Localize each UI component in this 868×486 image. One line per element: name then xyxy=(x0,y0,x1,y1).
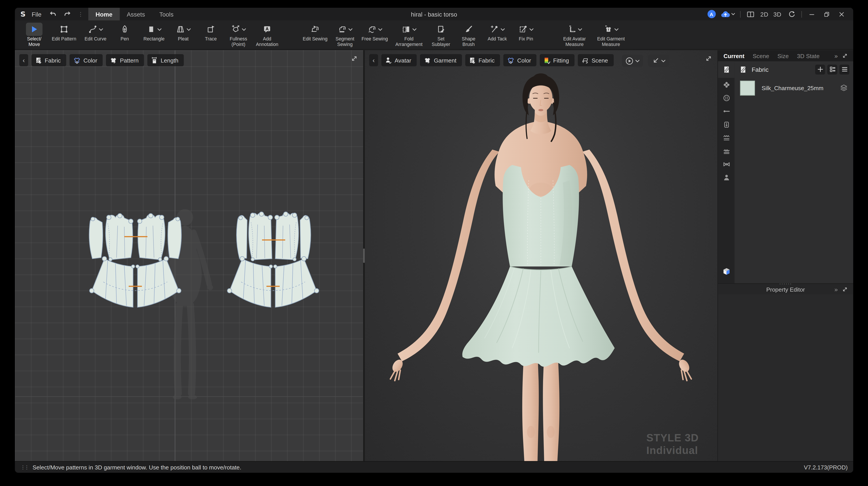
strip-tab-avatar-items[interactable] xyxy=(720,171,733,184)
garment-3d-canvas[interactable] xyxy=(365,50,718,461)
tab-2d-fabric[interactable]: Fabric xyxy=(32,54,66,66)
simulate-button[interactable] xyxy=(622,55,643,67)
pattern-group-skirt-back[interactable] xyxy=(227,256,319,307)
tool-edit-avatar-measure[interactable]: Edit Avatar Measure xyxy=(557,23,592,47)
menu-file[interactable]: File xyxy=(30,11,42,18)
tab-3d-color[interactable]: Color xyxy=(503,54,537,66)
strip-tab-button[interactable] xyxy=(720,91,733,105)
pleat-icon xyxy=(176,25,185,34)
tab-3d-scene[interactable]: Scene xyxy=(578,54,614,66)
sync-view-button[interactable] xyxy=(786,8,797,21)
tool-free-sewing[interactable]: Free Sewing xyxy=(359,23,391,42)
toggle-3d[interactable]: 3D xyxy=(773,11,781,18)
strip-tab-needle-detail[interactable] xyxy=(720,118,733,131)
chevron-down-icon xyxy=(348,28,352,31)
sidebar-tab-scene[interactable]: Scene xyxy=(753,53,769,59)
tab-2d-pattern[interactable]: Pattern xyxy=(106,54,144,66)
fabric-list-empty-area[interactable] xyxy=(735,99,854,283)
tool-pleat[interactable]: Pleat xyxy=(169,23,197,42)
avatar-person-icon xyxy=(385,57,392,64)
account-avatar[interactable]: A xyxy=(707,10,716,18)
menu-tab-home[interactable]: Home xyxy=(88,8,119,21)
pattern-group-skirt-front[interactable] xyxy=(90,256,181,307)
fabric-panel: Fabric Silk_Charmeuse_25mm xyxy=(735,61,854,283)
collapse-tabs-button[interactable]: ‹ xyxy=(369,54,378,66)
pattern-canvas[interactable] xyxy=(15,50,363,461)
collapse-sidebar-button[interactable]: » xyxy=(834,53,838,59)
pattern-2d-view[interactable]: ‹ Fabric Color Pattern Length xyxy=(15,50,363,461)
menu-tab-assets[interactable]: Assets xyxy=(120,8,152,21)
cloud-sync-button[interactable] xyxy=(720,10,735,18)
tool-trace[interactable]: Trace xyxy=(197,23,225,42)
strip-tab-pin[interactable] xyxy=(720,105,733,118)
fabric-list-item[interactable]: Silk_Charmeuse_25mm xyxy=(735,76,854,99)
toggle-2d[interactable]: 2D xyxy=(760,11,769,18)
card-view-button[interactable] xyxy=(827,64,837,74)
tool-fold-arrangement[interactable]: Fold Arrangement xyxy=(391,23,427,47)
tab-3d-garment[interactable]: Garment xyxy=(420,54,462,66)
tool-fix-pin[interactable]: Fix Pin xyxy=(512,23,540,42)
minimize-button[interactable] xyxy=(807,8,817,21)
sidebar-tab-3d-state[interactable]: 3D State xyxy=(797,53,819,59)
sidebar-tabs: Current Scene Size 3D State » xyxy=(718,50,854,61)
expand-3d-view-button[interactable] xyxy=(705,55,712,62)
tool-edit-curve[interactable]: Edit Curve xyxy=(80,23,111,42)
tab-2d-color[interactable]: Color xyxy=(69,54,103,66)
tool-rectangle[interactable]: Rectangle xyxy=(138,23,169,42)
undo-button[interactable] xyxy=(48,8,57,21)
layers-icon[interactable] xyxy=(840,84,848,92)
strip-tab-topstitch[interactable] xyxy=(720,144,733,158)
tool-edit-sewing[interactable]: Edit Sewing xyxy=(299,23,331,42)
tool-pen[interactable]: Pen xyxy=(111,23,138,42)
restore-button[interactable] xyxy=(822,8,832,21)
separator xyxy=(740,11,741,18)
edit-garment-measure-icon xyxy=(603,25,612,34)
tool-edit-pattern[interactable]: Edit Pattern xyxy=(48,23,80,42)
sidebar-tab-size[interactable]: Size xyxy=(777,53,789,59)
edit-avatar-measure-icon xyxy=(567,25,576,34)
drag-grip[interactable]: ⋅⋅⋅⋅⋅⋅ xyxy=(779,283,792,285)
add-tack-icon xyxy=(490,25,499,34)
strip-tab-3d-assets[interactable] xyxy=(720,265,733,278)
pattern-group-back[interactable] xyxy=(237,212,311,261)
strip-tab-trim[interactable] xyxy=(720,78,733,91)
sidebar-tab-current[interactable]: Current xyxy=(724,53,745,59)
collapse-property-editor-button[interactable]: » xyxy=(834,286,838,292)
strip-tab-fabric[interactable] xyxy=(718,61,735,78)
strip-tab-bowtie[interactable] xyxy=(720,158,733,171)
view-splitter[interactable] xyxy=(363,50,365,461)
chevron-down-icon xyxy=(157,28,161,31)
garment-3d-view[interactable]: ‹ Avatar Garment Fabric Color Fitting xyxy=(365,50,718,461)
drag-mode-button[interactable] xyxy=(648,55,669,67)
tool-add-tack[interactable]: Add Tack xyxy=(482,23,512,42)
strip-tab-shirring[interactable] xyxy=(720,131,733,144)
sidebar: Current Scene Size 3D State » xyxy=(717,50,853,461)
avatar-3d[interactable] xyxy=(390,73,691,461)
tool-shape-brush[interactable]: Shape Brush xyxy=(455,23,482,47)
tab-3d-fitting[interactable]: Fitting xyxy=(540,54,575,66)
property-editor-bar[interactable]: ⋅⋅⋅⋅⋅⋅ Property Editor » xyxy=(718,283,854,294)
segment-sewing-icon xyxy=(338,25,346,34)
tool-add-annotation[interactable]: Add Annotation xyxy=(252,23,282,47)
expand-2d-view-button[interactable] xyxy=(351,55,358,62)
collapse-tabs-button[interactable]: ‹ xyxy=(20,54,28,66)
expand-icon[interactable] xyxy=(842,286,848,292)
tool-fullness-point[interactable]: Fullness (Point) xyxy=(225,23,252,47)
garment-view-tabs: ‹ Avatar Garment Fabric Color Fitting xyxy=(369,54,614,66)
tab-3d-fabric[interactable]: Fabric xyxy=(465,54,500,66)
expand-icon[interactable] xyxy=(842,53,848,59)
list-view-button[interactable] xyxy=(839,64,849,74)
tool-segment-sewing[interactable]: Segment Sewing xyxy=(331,23,359,47)
menu-overflow-icon[interactable]: ⋮ xyxy=(78,11,84,17)
tab-2d-length[interactable]: Length xyxy=(148,54,184,66)
redo-button[interactable] xyxy=(62,8,72,21)
tab-3d-avatar[interactable]: Avatar xyxy=(381,54,417,66)
tool-set-sublayer[interactable]: Set Sublayer xyxy=(427,23,455,47)
close-button[interactable] xyxy=(837,8,846,21)
fabric-swatch-icon xyxy=(740,65,747,73)
tool-edit-garment-measure[interactable]: Edit Garment Measure xyxy=(593,23,629,47)
menu-tab-tools[interactable]: Tools xyxy=(152,8,181,21)
add-fabric-button[interactable] xyxy=(815,64,825,74)
split-view-button[interactable] xyxy=(745,8,755,21)
tool-select-move[interactable]: Select/ Move xyxy=(21,23,48,47)
